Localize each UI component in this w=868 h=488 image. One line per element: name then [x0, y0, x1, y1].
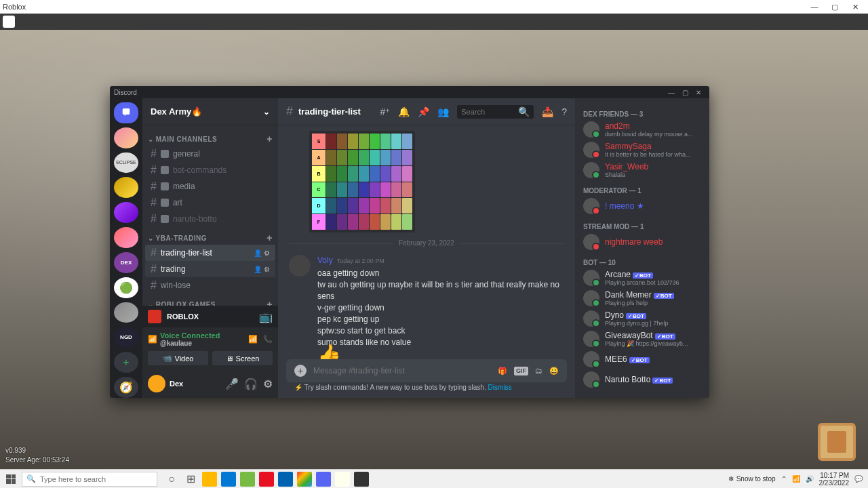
member-item[interactable]: Dyno✓BOTPlaying dyno.gg | 7help — [579, 308, 705, 329]
notifications-icon[interactable]: 💬 — [854, 475, 863, 483]
invite-icon[interactable]: 👤 — [254, 249, 262, 257]
inventory-button[interactable] — [818, 423, 856, 461]
gif-button[interactable]: GIF — [514, 367, 528, 375]
video-button[interactable]: 📹 Video — [148, 351, 208, 365]
obs-icon[interactable] — [354, 472, 369, 487]
channel-bot-commands[interactable]: #bot-commands — [145, 162, 275, 178]
discord-taskbar-icon[interactable] — [316, 472, 331, 487]
close-button[interactable]: ✕ — [845, 3, 865, 12]
member-item[interactable]: and2mdumb bovid delay my mouse a... — [579, 119, 705, 140]
discord-close-button[interactable]: ✕ — [692, 89, 705, 96]
wifi-icon[interactable]: 📶 — [792, 475, 800, 483]
channel-general[interactable]: #general — [145, 146, 275, 162]
invite-icon[interactable]: 👤 — [254, 266, 262, 273]
taskview-icon[interactable]: ⊞ — [183, 472, 198, 487]
explore-button[interactable]: 🧭 — [114, 377, 138, 398]
inbox-button[interactable]: 📥 — [542, 106, 553, 117]
maximize-button[interactable]: ▢ — [825, 3, 845, 12]
channel-win-lose[interactable]: #win-lose — [145, 277, 275, 293]
pinned-button[interactable]: 📌 — [418, 106, 429, 117]
server-header[interactable]: Dex Army🔥 ⌄ — [142, 98, 278, 125]
clock[interactable]: 10:17 PM2/23/2022 — [819, 472, 850, 487]
message-input[interactable] — [313, 366, 491, 375]
category-header[interactable]: ⌄ YBA-Trading+ — [142, 227, 278, 245]
category-header[interactable]: ⌄ Roblox Games+ — [142, 293, 278, 306]
search-input[interactable]: 🔍 — [457, 105, 534, 119]
edge-icon[interactable] — [278, 472, 293, 487]
app-icon[interactable] — [259, 472, 274, 487]
chrome-icon[interactable] — [297, 472, 312, 487]
member-item[interactable]: ! meeno ★ — [579, 196, 705, 216]
guild-icon[interactable] — [114, 127, 138, 148]
message-text: oaa getting down — [317, 268, 564, 279]
message-avatar[interactable] — [289, 255, 311, 277]
add-channel-button[interactable]: + — [267, 299, 273, 306]
mail-icon[interactable] — [221, 472, 236, 487]
screen-share-button[interactable]: 🖥 Screen — [212, 351, 273, 365]
channel-sidebar: Dex Army🔥 ⌄ ⌄ Main Channels+#general#bot… — [142, 98, 278, 398]
discord-minimize-button[interactable]: — — [665, 89, 678, 96]
help-button[interactable]: ? — [561, 106, 567, 117]
guild-icon[interactable]: NGD — [114, 327, 138, 348]
member-item[interactable]: GiveawayBot✓BOTPlaying 🎉 https://giveawa… — [579, 329, 705, 349]
taskbar-search[interactable]: 🔍 Type here to search — [22, 472, 157, 487]
deafen-button[interactable]: 🎧 — [244, 378, 258, 390]
member-item[interactable]: SammySagaIt is better to be hated for wh… — [579, 140, 705, 160]
guild-icon[interactable] — [114, 177, 138, 198]
member-status: Shalala — [605, 171, 648, 178]
sticker-button[interactable]: 🗂 — [535, 367, 542, 375]
member-item[interactable]: Naruto Botto✓BOT — [579, 369, 705, 390]
channel-naruto-botto[interactable]: #naruto-botto — [145, 211, 275, 227]
guild-icon[interactable] — [114, 202, 138, 223]
member-group-header: STREAM MOD — 1 — [579, 216, 705, 232]
channel-trading-tier-list[interactable]: #trading-tier-list👤⚙ — [145, 245, 275, 261]
user-avatar[interactable] — [148, 375, 165, 392]
guild-icon[interactable] — [114, 302, 138, 323]
notifications-button[interactable]: 🔔 — [398, 106, 410, 117]
start-button[interactable] — [0, 470, 22, 489]
guild-icon[interactable]: DEX — [114, 252, 138, 273]
dm-button[interactable] — [114, 102, 138, 123]
message-text: tw au oh getting up maybe it will be in … — [317, 279, 564, 302]
settings-icon[interactable]: ⚙ — [264, 249, 270, 257]
volume-icon[interactable]: 🔊 — [806, 475, 814, 483]
members-button[interactable]: 👥 — [437, 106, 449, 117]
cortana-icon[interactable]: ○ — [164, 472, 179, 487]
member-item[interactable]: Yasir_WeebShalala — [579, 160, 705, 180]
chat-input[interactable]: + 🎁 GIF 🗂 😀 — [286, 359, 567, 382]
mute-button[interactable]: 🎤 — [225, 378, 239, 390]
guild-icon[interactable] — [114, 227, 138, 248]
gift-button[interactable]: 🎁 — [498, 367, 507, 375]
member-item[interactable]: Dank Memer✓BOTPlaying pls help — [579, 288, 705, 308]
add-channel-button[interactable]: + — [267, 134, 273, 144]
dismiss-link[interactable]: Dismiss — [488, 384, 511, 391]
add-server-button[interactable]: + — [114, 352, 138, 373]
settings-button[interactable]: ⚙ — [263, 378, 273, 390]
attach-button[interactable]: + — [294, 365, 307, 377]
category-header[interactable]: ⌄ Main Channels+ — [142, 128, 278, 146]
member-item[interactable]: Arcane✓BOTPlaying arcane.bot 102/736 — [579, 268, 705, 288]
noise-suppress-button[interactable]: 📶 — [248, 335, 258, 344]
minimize-button[interactable]: — — [804, 3, 825, 11]
add-channel-button[interactable]: + — [267, 232, 273, 243]
threads-button[interactable]: #⁺ — [380, 106, 390, 117]
disconnect-button[interactable]: 📞 — [263, 335, 273, 344]
channel-media[interactable]: #media — [145, 178, 275, 195]
weather-widget[interactable]: ❄ Snow to stop — [728, 475, 776, 483]
discord-maximize-button[interactable]: ▢ — [678, 89, 692, 96]
guild-icon[interactable]: ECLIPSE — [114, 152, 138, 174]
app-icon[interactable] — [335, 472, 350, 487]
settings-icon[interactable]: ⚙ — [264, 266, 270, 273]
guild-icon[interactable]: 🟢 — [114, 277, 138, 298]
member-item[interactable]: MEE6✓BOT — [579, 349, 705, 369]
emoji-button[interactable]: 😀 — [549, 367, 559, 375]
channel-art[interactable]: #art — [145, 195, 275, 211]
stream-button[interactable]: 📺 — [259, 310, 273, 323]
member-item[interactable]: nightmare weeb — [579, 232, 705, 252]
tray-chevron-icon[interactable]: ⌃ — [781, 475, 787, 483]
tier-list-image[interactable]: SABCDF — [309, 131, 415, 232]
explorer-icon[interactable] — [202, 472, 217, 487]
channel-trading[interactable]: #trading👤⚙ — [145, 261, 275, 277]
message-author[interactable]: Voly — [317, 255, 333, 266]
store-icon[interactable] — [240, 472, 255, 487]
